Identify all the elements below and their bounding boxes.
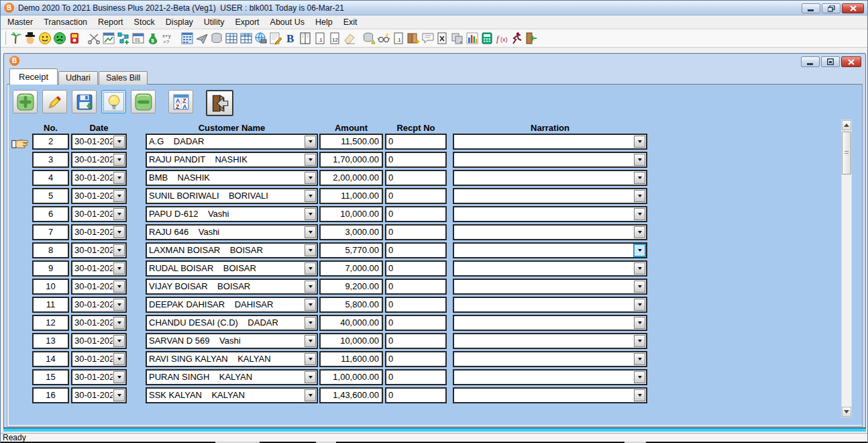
row-no-field[interactable]: 2 <box>32 134 69 150</box>
customer-name-combo[interactable]: BMB NASHIK <box>146 170 318 186</box>
customer-name-combo[interactable]: SSK KALYAN KALYAN <box>146 387 318 403</box>
customer-name-combo[interactable]: DEEPAK DAHISAR DAHISAR <box>146 297 318 313</box>
minimize-button[interactable] <box>802 3 820 13</box>
date-dropdown-button[interactable] <box>113 136 125 148</box>
narration-dropdown-button[interactable] <box>634 353 645 365</box>
narration-dropdown-button[interactable] <box>634 226 645 238</box>
formula-icon[interactable]: x+y=? <box>160 31 175 46</box>
receipt-no-field[interactable]: 0 <box>385 369 447 385</box>
receipt-no-field[interactable]: 0 <box>385 260 447 277</box>
customer-name-dropdown-button[interactable] <box>305 335 316 347</box>
ledger-book-icon[interactable] <box>298 31 313 46</box>
customer-name-combo[interactable]: SUNIL BORIWALI BORIVALI <box>146 188 318 204</box>
amount-field[interactable]: 10,000.00 <box>319 206 383 222</box>
receipt-no-field[interactable]: 0 <box>385 279 447 295</box>
narration-dropdown-button[interactable] <box>634 317 645 329</box>
page-numbers-icon[interactable]: 12 <box>327 31 342 46</box>
amount-field[interactable]: 9,200.00 <box>319 279 383 295</box>
page-number-icon[interactable]: .1 <box>313 31 327 46</box>
database-icon[interactable] <box>209 31 224 46</box>
function-icon[interactable]: f(x) <box>494 31 509 46</box>
customer-name-dropdown-button[interactable] <box>305 190 316 202</box>
scissors-icon[interactable] <box>87 31 101 46</box>
globe-transport-icon[interactable] <box>254 31 268 46</box>
narration-combo[interactable] <box>453 242 647 258</box>
exit-door-icon[interactable] <box>524 31 539 46</box>
customer-name-combo[interactable]: PURAN SINGH KALYAN <box>146 369 318 385</box>
row-no-field[interactable]: 14 <box>32 351 69 367</box>
receipt-no-field[interactable]: 0 <box>385 134 447 150</box>
link-nodes-icon[interactable] <box>116 31 131 46</box>
date-combo[interactable]: 30-01-2021 <box>71 224 127 240</box>
customer-name-dropdown-button[interactable] <box>305 389 316 401</box>
add-button[interactable] <box>13 90 38 113</box>
narration-combo[interactable] <box>453 260 647 277</box>
send-plane-icon[interactable] <box>195 31 209 46</box>
date-combo[interactable]: 30-01-2021 <box>71 387 127 403</box>
sort-az-button[interactable]: AZZA <box>168 90 193 113</box>
search-glasses-icon[interactable] <box>376 31 391 46</box>
award-icon[interactable] <box>67 31 82 46</box>
amount-field[interactable]: 40,000.00 <box>319 315 383 331</box>
scroll-up-button[interactable] <box>842 120 851 130</box>
row-no-field[interactable]: 16 <box>32 387 69 403</box>
narration-dropdown-button[interactable] <box>634 190 645 202</box>
narration-dropdown-button[interactable] <box>634 371 645 383</box>
narration-combo[interactable] <box>453 351 647 367</box>
amount-field[interactable]: 3,000.00 <box>319 224 383 240</box>
tab-udhari[interactable]: Udhari <box>58 71 98 85</box>
menu-export[interactable]: Export <box>229 16 264 28</box>
calendar-grid-icon[interactable] <box>180 31 195 46</box>
narration-combo[interactable] <box>453 206 647 222</box>
customer-name-combo[interactable]: RAJU 646 Vashi <box>146 224 318 240</box>
menu-report[interactable]: Report <box>93 16 129 28</box>
customer-name-dropdown-button[interactable] <box>305 244 316 256</box>
customer-name-dropdown-button[interactable] <box>305 226 316 238</box>
scroll-thumb[interactable] <box>842 132 851 175</box>
amount-field[interactable]: 11,600.00 <box>319 351 383 367</box>
date-combo[interactable]: 30-01-2021 <box>71 369 127 385</box>
eraser-icon[interactable] <box>342 31 357 46</box>
date-dropdown-button[interactable] <box>113 172 125 184</box>
amount-field[interactable]: 1,00,000.00 <box>319 369 383 385</box>
customer-name-dropdown-button[interactable] <box>305 281 316 293</box>
narration-dropdown-button[interactable] <box>634 281 645 293</box>
narration-combo[interactable] <box>453 152 647 168</box>
receipt-no-field[interactable]: 0 <box>385 387 447 403</box>
report-chart-icon[interactable] <box>101 31 116 46</box>
edit-button[interactable] <box>42 90 67 113</box>
hint-button[interactable] <box>101 90 126 113</box>
narration-dropdown-button[interactable] <box>634 244 645 256</box>
date-dropdown-button[interactable] <box>113 389 125 401</box>
customer-name-dropdown-button[interactable] <box>305 299 316 311</box>
date-window-icon[interactable]: 01 <box>131 31 146 46</box>
date-combo[interactable]: 30-01-2021 <box>71 351 127 367</box>
page-number-2-icon[interactable]: .1 <box>391 31 406 46</box>
customer-name-dropdown-button[interactable] <box>305 208 316 220</box>
amount-field[interactable]: 7,000.00 <box>319 260 383 277</box>
menu-utility[interactable]: Utility <box>199 16 230 28</box>
customer-name-combo[interactable]: LAXMAN BOISAR BOISAR <box>146 242 318 258</box>
date-combo[interactable]: 30-01-2021 <box>71 333 127 349</box>
amount-field[interactable]: 11,500.00 <box>319 134 383 150</box>
detective-icon[interactable] <box>23 31 38 46</box>
amount-field[interactable]: 2,00,000.00 <box>319 170 383 186</box>
customer-name-combo[interactable]: VIJAY BOISAR BOISAR <box>146 279 318 295</box>
customer-name-combo[interactable]: SARVAN D 569 Vashi <box>146 333 318 349</box>
menu-display[interactable]: Display <box>160 16 199 28</box>
date-dropdown-button[interactable] <box>113 335 125 347</box>
customer-name-dropdown-button[interactable] <box>305 262 316 275</box>
date-dropdown-button[interactable] <box>113 262 125 275</box>
date-combo[interactable]: 30-01-2021 <box>71 260 127 277</box>
date-combo[interactable]: 30-01-2021 <box>71 188 127 204</box>
child-close-button[interactable] <box>841 56 861 67</box>
date-dropdown-button[interactable] <box>113 190 125 202</box>
palm-tree-icon[interactable] <box>8 31 23 46</box>
amount-field[interactable]: 1,43,600.00 <box>319 387 383 403</box>
date-combo[interactable]: 30-01-2021 <box>71 170 127 186</box>
receipt-no-field[interactable]: 0 <box>385 297 447 313</box>
amount-field[interactable]: 10,000.00 <box>319 333 383 349</box>
row-no-field[interactable]: 3 <box>32 152 69 168</box>
remove-button[interactable] <box>131 90 156 113</box>
customer-name-combo[interactable]: RUDAL BOISAR BOISAR <box>146 260 318 277</box>
